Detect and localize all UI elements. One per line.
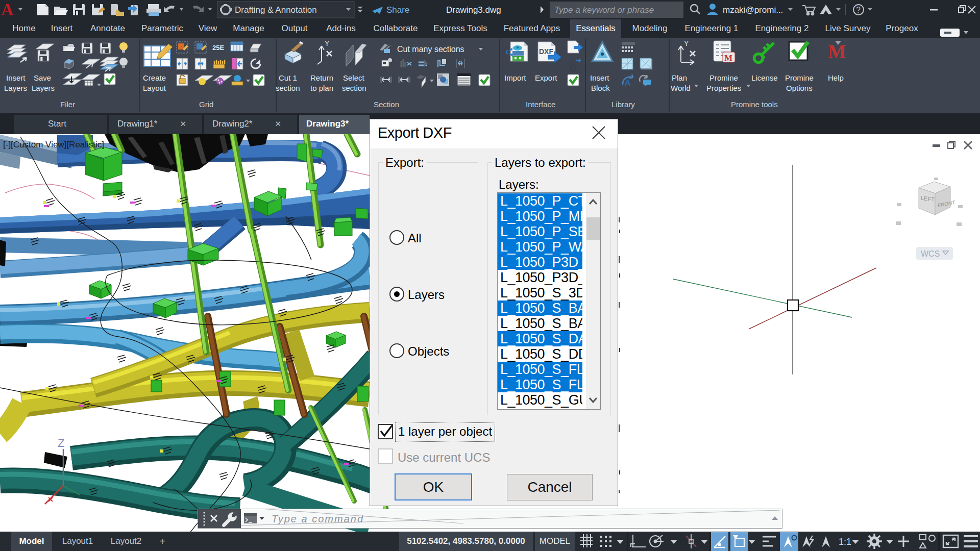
svg-text:Select: Select bbox=[343, 73, 365, 82]
svg-text:Grid: Grid bbox=[199, 100, 213, 109]
svg-text:to plan: to plan bbox=[310, 84, 333, 92]
svg-text:Type a keyword or phrase: Type a keyword or phrase bbox=[554, 5, 654, 15]
svg-text:Create: Create bbox=[143, 73, 166, 82]
svg-text:A: A bbox=[1, 0, 14, 19]
svg-text:M: M bbox=[724, 53, 732, 63]
svg-text:[-][Custom View][Realistic]: [-][Custom View][Realistic] bbox=[3, 140, 104, 149]
svg-text:A: A bbox=[625, 79, 631, 87]
svg-text:1:1: 1:1 bbox=[839, 537, 851, 547]
svg-text:Y: Y bbox=[325, 39, 330, 47]
svg-text:Block: Block bbox=[591, 84, 610, 92]
svg-text:WCS: WCS bbox=[921, 249, 940, 258]
svg-text:Promine: Promine bbox=[785, 73, 814, 82]
svg-text:Help: Help bbox=[828, 73, 844, 82]
svg-text:Promine tools: Promine tools bbox=[731, 100, 778, 109]
svg-text:section: section bbox=[276, 84, 300, 92]
svg-text:Y: Y bbox=[684, 39, 689, 47]
svg-text:Interface: Interface bbox=[526, 100, 555, 109]
svg-text:Library: Library bbox=[611, 100, 635, 109]
svg-text:Drawing3.dwg: Drawing3.dwg bbox=[446, 5, 501, 15]
svg-text:M: M bbox=[828, 41, 846, 62]
svg-text:Layers: Layers bbox=[32, 84, 55, 92]
svg-text:?: ? bbox=[856, 6, 861, 14]
svg-text:Cut 1: Cut 1 bbox=[279, 73, 297, 82]
svg-text:Import: Import bbox=[504, 73, 526, 82]
svg-text:Plan: Plan bbox=[672, 73, 687, 82]
svg-text:Layout: Layout bbox=[143, 84, 166, 92]
svg-text:Z: Z bbox=[58, 437, 64, 449]
svg-text:Return: Return bbox=[310, 73, 333, 82]
svg-text:Layers: Layers bbox=[4, 84, 27, 92]
svg-text:Type a command: Type a command bbox=[272, 513, 364, 524]
svg-text:Share: Share bbox=[386, 5, 409, 15]
svg-text:Cut many sections: Cut many sections bbox=[397, 45, 464, 54]
svg-text:mzaki@promi...: mzaki@promi... bbox=[723, 5, 783, 15]
svg-text:Options: Options bbox=[786, 84, 813, 92]
svg-text:Promine: Promine bbox=[709, 73, 738, 82]
svg-text:DXF: DXF bbox=[539, 47, 553, 56]
svg-text:Section: Section bbox=[374, 100, 399, 109]
svg-text:Save: Save bbox=[34, 73, 51, 82]
svg-text:Drafting & Annotation: Drafting & Annotation bbox=[235, 5, 317, 15]
svg-text:World: World bbox=[671, 84, 691, 92]
svg-text:Properties: Properties bbox=[706, 84, 741, 92]
svg-text:Insert: Insert bbox=[590, 73, 609, 82]
svg-text:25E: 25E bbox=[212, 44, 224, 52]
svg-text:License: License bbox=[751, 73, 778, 82]
svg-text:Filer: Filer bbox=[60, 100, 75, 109]
svg-text:section: section bbox=[342, 84, 366, 92]
svg-text:Export: Export bbox=[535, 73, 557, 82]
svg-text:Insert: Insert bbox=[6, 73, 26, 82]
